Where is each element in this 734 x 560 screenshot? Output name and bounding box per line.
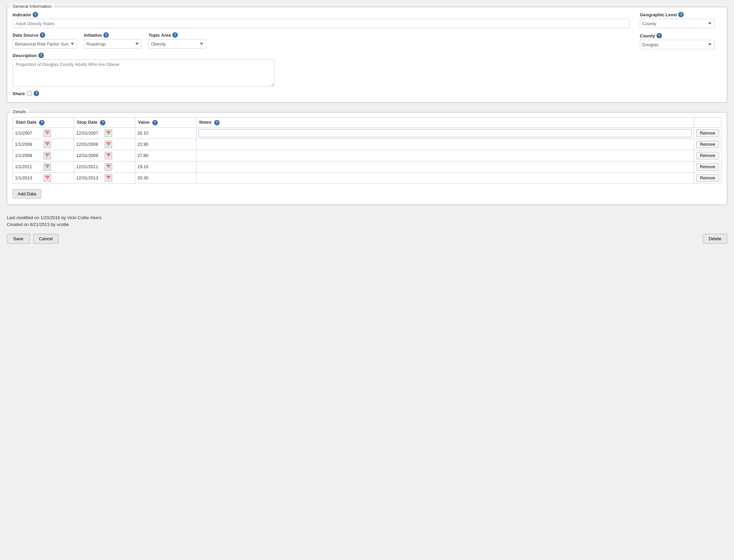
notes-input[interactable] [199,140,692,148]
start-date-cell: 📅 [13,127,74,139]
stop-date-input[interactable] [76,153,103,158]
remove-button[interactable]: Remove [696,152,719,159]
value-cell [135,172,197,183]
notes-input[interactable] [199,152,692,160]
stop-date-input[interactable] [76,130,103,136]
geolevel-select[interactable]: County [640,19,715,28]
action-cell: Remove [694,139,721,150]
last-modified-text: Last modified on 1/20/2016 by Vicki Coll… [7,214,727,222]
value-input[interactable] [137,164,165,169]
start-date-input[interactable] [15,153,42,158]
remove-button[interactable]: Remove [696,174,719,182]
share-label: Share [13,91,25,96]
cancel-button[interactable]: Cancel [33,234,58,244]
share-checkbox[interactable] [27,91,32,96]
initiative-label: Initiative ? [84,32,142,38]
description-textarea[interactable] [13,59,274,87]
stop-date-calendar-icon[interactable]: 📅 [105,129,112,137]
stop-date-cell: 📅 [74,161,135,172]
value-cell [135,150,197,161]
datasource-select[interactable]: Behavioral Risk Factor Surveil [13,39,77,49]
stop-date-cell: 📅 [74,139,135,150]
start-date-input[interactable] [15,142,42,147]
col-header-action [694,118,721,128]
initiative-select[interactable]: Roadmap [84,39,142,49]
delete-button[interactable]: Delete [703,234,727,244]
description-label: Description ? [13,53,630,58]
county-help-icon[interactable]: ? [656,33,662,38]
county-select[interactable]: Douglas [640,40,715,49]
table-row: 📅 📅 Remove [13,161,721,172]
indicator-help-icon[interactable]: ? [33,12,38,17]
value-input[interactable] [137,175,165,180]
stop-date-input[interactable] [76,164,103,169]
notes-help-icon[interactable]: ? [214,120,220,125]
value-cell [135,139,197,150]
value-input[interactable] [137,142,165,147]
notes-cell [197,127,694,139]
topicarea-label: Topic Area ? [149,32,206,38]
value-cell [135,161,197,172]
share-help-icon[interactable]: ? [34,91,39,96]
datasource-label: Data Source ? [13,32,77,38]
save-button[interactable]: Save [7,234,30,244]
datasource-help-icon[interactable]: ? [40,32,45,38]
start-date-help-icon[interactable]: ? [39,120,45,125]
stop-date-calendar-icon[interactable]: 📅 [105,163,112,171]
action-cell: Remove [694,161,721,172]
description-help-icon[interactable]: ? [38,53,44,58]
topicarea-help-icon[interactable]: ? [172,32,178,38]
value-help-icon[interactable]: ? [152,120,158,125]
general-info-section: General Information Indicator ? Data Sou… [7,7,727,103]
start-date-cell: 📅 [13,139,74,150]
details-section: Details Start Date ? Stop Date ? Value ?… [7,112,727,205]
notes-cell [197,150,694,161]
indicator-input[interactable] [13,19,630,28]
col-header-notes: Notes ? [197,118,694,128]
col-header-start-date: Start Date ? [13,118,74,128]
start-date-cell: 📅 [13,161,74,172]
table-row: 📅 📅 Remove [13,127,721,139]
initiative-help-icon[interactable]: ? [103,32,109,38]
notes-input[interactable] [199,129,692,137]
value-input[interactable] [137,153,165,158]
notes-cell [197,139,694,150]
start-date-input[interactable] [15,130,42,136]
stop-date-cell: 📅 [74,172,135,183]
stop-date-input[interactable] [76,142,103,147]
geolevel-label: Geographic Level ? [640,12,721,17]
notes-cell [197,172,694,183]
remove-button[interactable]: Remove [696,141,719,148]
stop-date-help-icon[interactable]: ? [100,120,105,125]
start-date-input[interactable] [15,164,42,169]
action-cell: Remove [694,150,721,161]
geolevel-help-icon[interactable]: ? [678,12,684,17]
start-date-input[interactable] [15,175,42,180]
remove-button[interactable]: Remove [696,129,719,137]
remove-button[interactable]: Remove [696,163,719,171]
start-date-calendar-icon[interactable]: 📅 [44,152,51,159]
created-text: Created on 6/21/2013 by vcollie [7,221,727,228]
action-cell: Remove [694,172,721,183]
add-data-button[interactable]: Add Data [13,189,41,198]
county-label: County ? [640,33,721,38]
notes-input[interactable] [199,163,692,171]
stop-date-cell: 📅 [74,127,135,139]
notes-input[interactable] [199,174,692,182]
stop-date-calendar-icon[interactable]: 📅 [105,174,112,182]
topicarea-select[interactable]: Obesity [149,39,206,49]
table-row: 📅 📅 Remove [13,139,721,150]
start-date-calendar-icon[interactable]: 📅 [44,129,51,137]
stop-date-input[interactable] [76,175,103,180]
value-input[interactable] [137,130,165,136]
stop-date-calendar-icon[interactable]: 📅 [105,141,112,148]
stop-date-cell: 📅 [74,150,135,161]
action-cell: Remove [694,127,721,139]
general-info-legend: General Information [11,4,54,9]
start-date-calendar-icon[interactable]: 📅 [44,141,51,148]
col-header-stop-date: Stop Date ? [74,118,135,128]
table-row: 📅 📅 Remove [13,150,721,161]
stop-date-calendar-icon[interactable]: 📅 [105,152,112,159]
start-date-calendar-icon[interactable]: 📅 [44,174,51,182]
start-date-calendar-icon[interactable]: 📅 [44,163,51,171]
